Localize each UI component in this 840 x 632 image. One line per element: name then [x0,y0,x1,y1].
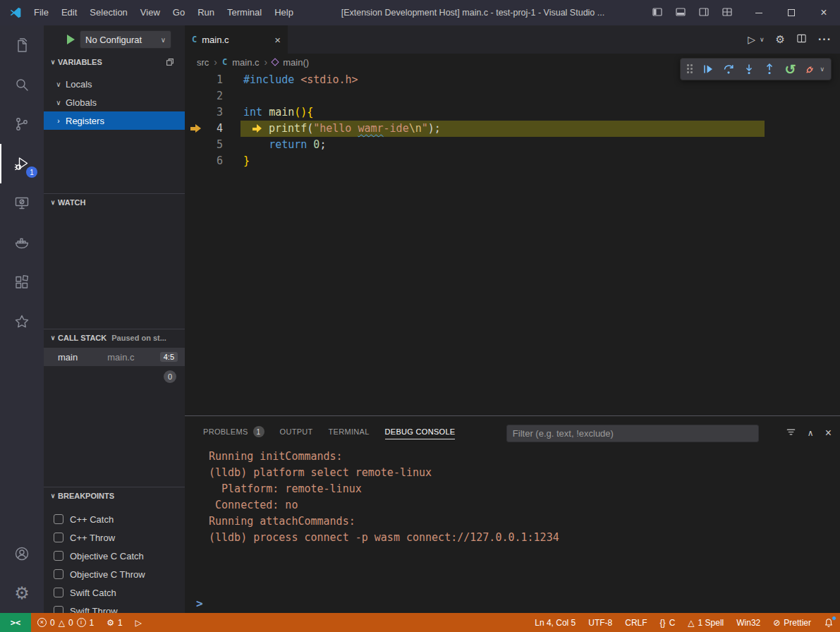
docker-icon[interactable] [0,223,44,262]
drag-grip-icon[interactable] [687,64,693,74]
extensions-icon[interactable] [0,262,44,302]
line-text[interactable] [241,88,243,104]
settings-gear-icon[interactable]: ⚙ [0,573,44,613]
breakpoint-checkbox[interactable] [54,514,63,524]
source-control-icon[interactable] [0,104,44,144]
breakpoint-checkbox[interactable] [54,588,63,597]
breadcrumb-file[interactable]: main.c [232,57,259,68]
step-out-button[interactable] [762,62,777,76]
gutter[interactable]: 3 [185,104,241,121]
panel-tab-output[interactable]: OUTPUT [280,427,313,439]
line-text[interactable]: #include <stdio.h> [241,72,358,88]
account-icon[interactable] [0,534,44,573]
breakpoint-checkbox[interactable] [54,551,63,561]
status-utf-8[interactable]: UTF-8 [582,613,619,632]
breadcrumb-symbol[interactable]: main() [283,57,309,68]
step-over-button[interactable] [722,62,736,76]
close-button[interactable]: × [808,0,840,25]
status-win32[interactable]: Win32 [730,613,767,632]
launch-config-dropdown[interactable]: No Configurat ∨ [80,30,171,49]
code-line-6[interactable]: 6} [185,153,840,169]
menu-run[interactable]: Run [191,0,221,25]
toggle-secondary-sidebar-icon[interactable] [698,6,710,20]
menu-edit[interactable]: Edit [55,0,83,25]
code-line-2[interactable]: 2 [185,88,840,104]
problems-status[interactable]: × 0 △ 0 i 1 [31,613,100,632]
code-editor[interactable]: 1#include <stdio.h>23int main(){4printf(… [185,71,840,415]
remote-indicator[interactable]: >< [0,613,31,632]
step-into-button[interactable] [742,62,756,76]
search-icon[interactable] [0,65,44,104]
toggle-panel-icon[interactable] [675,6,686,20]
maximize-button[interactable] [775,0,808,25]
status-prettier[interactable]: ⊘Prettier [767,613,817,632]
debug-status[interactable]: ▷ [129,613,148,632]
debug-console-output[interactable]: Running initCommands:(lldb) platform sel… [185,446,840,613]
minimize-button[interactable] [743,0,775,25]
filter-lines-icon[interactable] [786,427,796,440]
gear-icon[interactable]: ⚙ [776,33,785,46]
breakpoint-checkbox[interactable] [54,569,63,579]
toggle-sidebar-icon[interactable] [652,6,663,20]
console-prompt-icon[interactable]: > [196,597,203,610]
menu-go[interactable]: Go [166,0,191,25]
status-ln-4-col-5[interactable]: Ln 4, Col 5 [528,613,582,632]
star-icon[interactable] [0,302,44,341]
breakpoint-checkbox[interactable] [54,533,63,542]
line-text[interactable]: printf("hello wamr-ide\n"); [241,121,765,137]
restart-button[interactable]: ↺ [783,62,797,76]
variables-item-registers[interactable]: ›Registers [44,111,185,130]
gutter[interactable]: 4 [185,121,241,137]
call-stack-header[interactable]: ∨ CALL STACK Paused on st... [44,329,185,346]
line-text[interactable]: } [241,153,250,169]
gutter[interactable]: 2 [185,88,241,104]
maximize-panel-icon[interactable]: ∧ [808,428,814,438]
menu-file[interactable]: File [28,0,55,25]
close-panel-icon[interactable]: × [825,427,832,439]
breadcrumb-src[interactable]: src [197,57,209,68]
watch-header[interactable]: ∨ WATCH [44,194,185,211]
breakpoint-swift-catch[interactable]: Swift Catch [44,583,185,602]
gutter[interactable]: 5 [185,137,241,153]
more-actions-icon[interactable]: ··· [818,33,832,46]
breakpoints-header[interactable]: ∨ BREAKPOINTS [44,487,185,504]
console-filter-input[interactable] [506,425,759,442]
code-line-5[interactable]: 5 return 0; [185,137,840,153]
code-line-3[interactable]: 3int main(){ [185,104,840,121]
chevron-down-icon[interactable]: ∨ [820,66,824,73]
start-debug-icon[interactable] [67,35,75,44]
split-editor-icon[interactable] [796,33,807,47]
line-text[interactable]: return 0; [241,137,326,153]
gutter[interactable]: 6 [185,153,241,169]
disconnect-button[interactable] [803,62,817,76]
editor-tab-main-c[interactable]: C main.c × [185,25,288,54]
status-1-spell[interactable]: △1 Spell [681,613,730,632]
menu-terminal[interactable]: Terminal [221,0,268,25]
variables-header[interactable]: ∨ VARIABLES [44,54,185,71]
breakpoint-c-throw[interactable]: C++ Throw [44,528,185,547]
status-crlf[interactable]: CRLF [619,613,653,632]
status-c[interactable]: {}C [654,613,682,632]
menu-view[interactable]: View [134,0,166,25]
tab-close-icon[interactable]: × [274,34,281,46]
remote-explorer-icon[interactable] [0,183,44,223]
continue-button[interactable] [701,62,715,76]
menu-help[interactable]: Help [268,0,300,25]
panel-tab-problems[interactable]: PROBLEMS1 [203,426,264,440]
stack-frame-row[interactable]: main main.c 4:5 [44,348,185,366]
explorer-icon[interactable] [0,25,44,65]
variables-item-globals[interactable]: ∨Globals [44,93,185,111]
breakpoint-objective-c-catch[interactable]: Objective C Catch [44,547,185,565]
tools-status[interactable]: ⚙ 1 [100,613,128,632]
breakpoint-objective-c-throw[interactable]: Objective C Throw [44,565,185,583]
line-text[interactable]: int main(){ [241,104,313,121]
chevron-down-icon[interactable]: ∨ [760,36,765,43]
variables-item-locals[interactable]: ∨Locals [44,75,185,93]
run-file-button[interactable]: ▷ [748,34,755,45]
customize-layout-icon[interactable] [722,6,733,20]
copy-icon[interactable] [165,57,175,67]
notifications-status[interactable] [817,613,840,632]
breakpoint-c-catch[interactable]: C++ Catch [44,510,185,528]
code-line-4[interactable]: 4printf("hello wamr-ide\n"); [185,121,840,137]
gutter[interactable]: 1 [185,72,241,88]
